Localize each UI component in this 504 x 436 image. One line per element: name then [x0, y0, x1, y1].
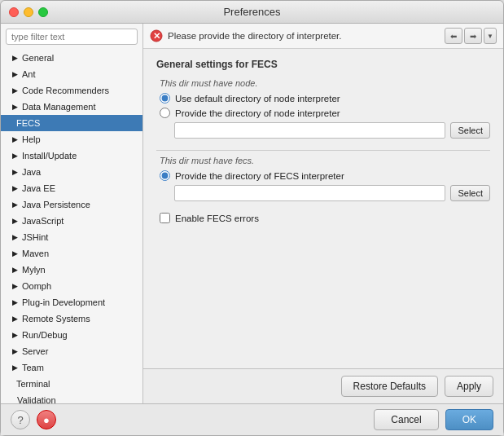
ok-button[interactable]: OK — [445, 409, 493, 430]
fecs-note: This dir must have fecs. — [156, 156, 490, 165]
footer-left: ? ● — [11, 410, 56, 429]
radio-node-default[interactable] — [160, 93, 170, 103]
fecs-select-button[interactable]: Select — [450, 185, 490, 201]
fecs-input-row: Select — [174, 185, 490, 201]
dropdown-button[interactable]: ▼ — [484, 28, 497, 44]
sidebar-item-data-management[interactable]: ▶ Data Management — [1, 99, 142, 115]
fecs-subsection: This dir must have fecs. Provide the dir… — [156, 156, 490, 201]
sidebar-item-team[interactable]: ▶ Team — [1, 359, 142, 376]
arrow-icon: ▶ — [12, 182, 18, 195]
preferences-window: Preferences ▶ General ▶ Ant ▶ Code Recom… — [0, 0, 504, 436]
main-panel: ✕ Please provide the directory of interp… — [143, 24, 503, 403]
forward-button[interactable]: ➡ — [464, 28, 482, 44]
sidebar-item-javascript[interactable]: ▶ JavaScript — [1, 213, 142, 229]
window-title: Preferences — [223, 6, 280, 18]
radio-node-provide-label: Provide the directory of node interprete… — [175, 108, 340, 118]
node-directory-input[interactable] — [174, 122, 445, 139]
node-subsection: This dir must have node. Use default dir… — [156, 78, 490, 139]
arrow-icon: ▶ — [12, 345, 18, 358]
arrow-icon: ▶ — [12, 198, 18, 211]
sidebar-item-oomph[interactable]: ▶ Oomph — [1, 278, 142, 294]
enable-fecs-errors-checkbox[interactable] — [160, 213, 170, 223]
enable-fecs-errors-label: Enable FECS errors — [175, 214, 259, 223]
arrow-icon: ▶ — [12, 133, 18, 146]
fecs-directory-input[interactable] — [174, 185, 445, 201]
window-controls — [9, 7, 48, 17]
sidebar-list: ▶ General ▶ Ant ▶ Code Recommenders ▶ Da… — [1, 50, 142, 403]
arrow-icon: ▶ — [12, 296, 18, 309]
sidebar-item-java-persistence[interactable]: ▶ Java Persistence — [1, 196, 142, 213]
sidebar-item-terminal[interactable]: Terminal — [1, 376, 142, 392]
arrow-icon: ▶ — [12, 231, 18, 244]
radio-fecs-provide-row: Provide the directory of FECS interprete… — [156, 170, 490, 181]
sidebar-item-plugin-development[interactable]: ▶ Plug-in Development — [1, 294, 142, 310]
sidebar-item-ant[interactable]: ▶ Ant — [1, 66, 142, 82]
sidebar-item-fecs[interactable]: FECS — [1, 115, 142, 131]
help-button[interactable]: ? — [11, 410, 30, 429]
close-button[interactable] — [9, 7, 19, 17]
arrow-icon: ▶ — [12, 263, 18, 276]
error-message: Please provide the directory of interpre… — [168, 31, 440, 41]
restore-defaults-button[interactable]: Restore Defaults — [341, 376, 438, 397]
radio-node-provide-row: Provide the directory of node interprete… — [156, 108, 490, 118]
content-area: ▶ General ▶ Ant ▶ Code Recommenders ▶ Da… — [1, 24, 503, 403]
sidebar-item-run-debug[interactable]: ▶ Run/Debug — [1, 327, 142, 343]
sidebar-item-jshint[interactable]: ▶ JSHint — [1, 229, 142, 245]
error-bar: ✕ Please provide the directory of interp… — [143, 24, 503, 49]
arrow-icon: ▶ — [12, 84, 18, 97]
radio-fecs-provide[interactable] — [160, 170, 170, 181]
divider — [156, 150, 490, 151]
radio-node-default-label: Use default directory of node interprete… — [175, 94, 340, 103]
sidebar: ▶ General ▶ Ant ▶ Code Recommenders ▶ Da… — [1, 24, 143, 403]
node-note: This dir must have node. — [156, 78, 490, 88]
maximize-button[interactable] — [38, 7, 48, 17]
arrow-icon: ▶ — [12, 149, 18, 162]
radio-node-provide[interactable] — [160, 108, 170, 118]
section-title: General settings for FECS — [156, 59, 490, 70]
sidebar-item-code-recommenders[interactable]: ▶ Code Recommenders — [1, 82, 142, 99]
arrow-icon: ▶ — [12, 361, 18, 374]
sidebar-item-help[interactable]: ▶ Help — [1, 131, 142, 148]
sidebar-item-validation[interactable]: Validation — [1, 392, 142, 403]
node-select-button[interactable]: Select — [450, 122, 490, 139]
error-icon: ✕ — [150, 29, 163, 42]
sidebar-item-install-update[interactable]: ▶ Install/Update — [1, 148, 142, 164]
record-button[interactable]: ● — [37, 410, 56, 429]
titlebar: Preferences — [1, 1, 503, 24]
arrow-icon: ▶ — [12, 51, 18, 64]
sidebar-item-java[interactable]: ▶ Java — [1, 164, 142, 180]
radio-fecs-provide-label: Provide the directory of FECS interprete… — [175, 171, 344, 181]
bottom-bar: Restore Defaults Apply — [143, 368, 503, 403]
footer-bar: ? ● Cancel OK — [1, 403, 503, 435]
svg-text:✕: ✕ — [153, 31, 160, 41]
nav-buttons: ⬅ ➡ ▼ — [445, 28, 497, 44]
arrow-icon: ▶ — [12, 68, 18, 81]
cancel-button[interactable]: Cancel — [374, 409, 438, 430]
sidebar-item-remote-systems[interactable]: ▶ Remote Systems — [1, 310, 142, 327]
sidebar-item-mylyn[interactable]: ▶ Mylyn — [1, 262, 142, 278]
footer-right: Cancel OK — [374, 409, 493, 430]
apply-button[interactable]: Apply — [445, 376, 493, 397]
checkbox-row: Enable FECS errors — [156, 213, 490, 223]
radio-node-default-row: Use default directory of node interprete… — [156, 93, 490, 103]
sidebar-item-server[interactable]: ▶ Server — [1, 343, 142, 359]
sidebar-item-java-ee[interactable]: ▶ Java EE — [1, 180, 142, 196]
settings-panel: General settings for FECS This dir must … — [143, 49, 503, 368]
filter-input[interactable] — [6, 29, 138, 45]
back-button[interactable]: ⬅ — [445, 28, 462, 44]
minimize-button[interactable] — [24, 7, 33, 17]
arrow-icon: ▶ — [12, 165, 18, 178]
arrow-icon: ▶ — [12, 280, 18, 293]
arrow-icon: ▶ — [12, 214, 18, 227]
arrow-icon: ▶ — [12, 100, 18, 113]
arrow-icon: ▶ — [12, 312, 18, 325]
sidebar-item-general[interactable]: ▶ General — [1, 50, 142, 66]
sidebar-item-maven[interactable]: ▶ Maven — [1, 245, 142, 262]
arrow-icon: ▶ — [12, 328, 18, 341]
arrow-icon: ▶ — [12, 247, 18, 260]
node-input-row: Select — [174, 122, 490, 139]
